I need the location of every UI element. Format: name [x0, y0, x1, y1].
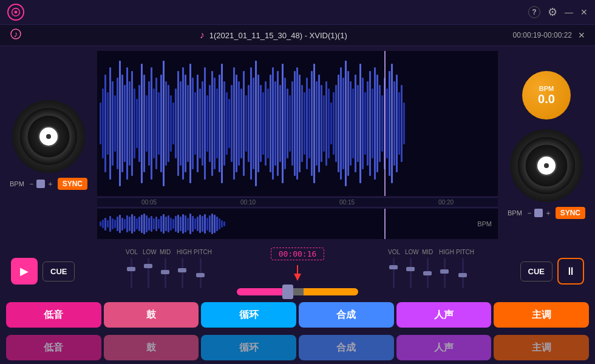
right-faders: VOL LOW MID HIGH PITCH [364, 249, 493, 294]
waveform-top [97, 51, 498, 196]
app-logo [7, 4, 24, 21]
right-sync-button[interactable]: SYNC [556, 207, 585, 219]
timeline-mark-1: 00:05 [141, 199, 157, 206]
bottom-row-2: 低音鼓循环合成人声主调 [0, 331, 595, 364]
timestamp-badge: 00:00:16 [271, 248, 325, 260]
playhead-bottom [384, 209, 386, 239]
right-pitch-track [462, 258, 464, 288]
waveform-bars-bottom [97, 209, 498, 239]
right-vinyl-spacer [510, 129, 583, 202]
right-fader-labels: VOL LOW MID HIGH PITCH [388, 249, 469, 255]
left-pitch-track [200, 258, 202, 288]
track-name: 1(2021_01_11_15_30_48) - XVID(1)(1) [209, 31, 347, 40]
bottom-row1-btn-2[interactable]: 循环 [201, 302, 296, 328]
waveform-bottom: BPM [97, 209, 498, 239]
track-info: ♪ 1(2021_01_11_15_30_48) - XVID(1)(1) [34, 30, 513, 41]
right-deck: BPM 0.0 BPM － ＋ SYNC [498, 66, 595, 224]
minimize-icon[interactable]: — [565, 7, 573, 17]
right-pause-button[interactable]: ⏸ [557, 258, 584, 285]
bottom-row1-btn-0[interactable]: 低音 [6, 302, 101, 328]
right-bpm-knob: BPM 0.0 [522, 71, 571, 120]
right-controls: CUE ⏸ [493, 258, 590, 285]
timeline: 00:05 00:10 00:15 00:20 [97, 197, 498, 207]
crossfader-controls: 00:00:16 [237, 248, 358, 295]
bottom-row2-btn-4[interactable]: 人声 [396, 335, 492, 360]
crossfader-section: 00:00:16 [231, 248, 364, 295]
right-vinyl-dot [544, 163, 549, 168]
crossfader-thumb[interactable] [282, 285, 293, 299]
left-controls: ▶ CUE [5, 258, 102, 285]
playhead-top [384, 51, 386, 196]
bottom-row2-btn-1[interactable]: 鼓 [104, 335, 199, 360]
left-high-fader[interactable] [177, 258, 188, 294]
title-bar-left [7, 4, 24, 21]
left-sync-button[interactable]: SYNC [58, 178, 87, 190]
left-vinyl [12, 100, 85, 173]
left-vol-fader[interactable] [126, 258, 137, 294]
close-icon[interactable]: ✕ [580, 7, 588, 17]
right-bpm-plus[interactable]: ＋ [545, 208, 552, 218]
left-mid-fader[interactable] [160, 258, 171, 294]
track-close-button[interactable]: ✕ [578, 30, 585, 40]
bottom-row2-btn-0[interactable]: 低音 [6, 335, 101, 360]
right-mid-thumb [423, 271, 432, 275]
bottom-row1-btn-5[interactable]: 主调 [494, 302, 589, 328]
svg-text:♪: ♪ [14, 29, 18, 39]
bottom-row2-btn-2[interactable]: 循环 [201, 335, 296, 360]
right-high-thumb [440, 269, 449, 274]
right-mid-fader[interactable] [422, 258, 433, 294]
left-mid-track [165, 258, 166, 288]
right-label-vol: VOL [388, 249, 399, 255]
left-high-thumb [178, 268, 186, 272]
controls-row: ▶ CUE VOL LOW MID HIGH PITCH [0, 244, 595, 298]
right-pitch-fader[interactable] [456, 258, 469, 294]
track-time: 00:00:19-00:00:22 [513, 31, 572, 39]
right-bpm-slider[interactable] [537, 212, 541, 214]
right-low-thumb [406, 267, 415, 271]
right-vol-track [393, 258, 395, 288]
bottom-row-1: 低音鼓循环合成人声主调 [0, 298, 595, 331]
left-pitch-thumb [196, 273, 205, 277]
right-low-track [410, 258, 412, 288]
crossfader-track[interactable] [237, 288, 358, 295]
timestamp-area: 00:00:16 [271, 248, 325, 283]
add-track-button[interactable]: ♪ [10, 28, 22, 43]
left-pitch-fader[interactable] [194, 258, 207, 294]
left-low-thumb [144, 264, 152, 268]
right-bpm-value: 0.0 [538, 92, 555, 106]
left-label-mid: MID [160, 249, 171, 255]
left-vinyl-dot [46, 134, 51, 139]
right-low-fader[interactable] [405, 258, 416, 294]
right-pause-icon: ⏸ [565, 265, 576, 278]
track-music-icon: ♪ [200, 30, 205, 41]
left-play-icon: ▶ [20, 265, 29, 278]
settings-icon[interactable]: ⚙ [548, 5, 557, 19]
right-label-high: HIGH [439, 249, 450, 255]
bottom-row1-btn-4[interactable]: 人声 [396, 302, 492, 328]
help-icon[interactable]: ? [528, 6, 540, 18]
bottom-row2-btn-3[interactable]: 合成 [299, 335, 394, 360]
left-bpm-minus[interactable]: － [28, 179, 35, 189]
left-low-fader[interactable] [143, 258, 154, 294]
left-vol-track [131, 258, 132, 288]
right-vol-fader[interactable] [388, 258, 399, 294]
right-bpm-minus[interactable]: － [526, 208, 533, 218]
left-bpm-plus[interactable]: ＋ [47, 179, 54, 189]
down-arrow-icon [288, 264, 307, 281]
bottom-row1-btn-3[interactable]: 合成 [299, 302, 394, 328]
right-fader-tracks [388, 258, 469, 294]
title-bar: ? ⚙ — ✕ [0, 0, 595, 24]
bpm-label-bottom: BPM [477, 220, 492, 228]
waveform-bars-top [100, 53, 495, 194]
bottom-row2-btn-5[interactable]: 主调 [494, 335, 589, 360]
left-play-button[interactable]: ▶ [11, 258, 38, 285]
left-cue-button[interactable]: CUE [42, 261, 75, 281]
right-cue-button[interactable]: CUE [520, 261, 552, 281]
right-high-track [444, 258, 446, 288]
left-bpm-slider[interactable] [39, 183, 43, 185]
right-vinyl-center [537, 157, 556, 175]
waveform-area: 00:05 00:10 00:15 00:20 [97, 46, 498, 244]
left-mid-thumb [161, 270, 169, 274]
bottom-row1-btn-1[interactable]: 鼓 [104, 302, 199, 328]
right-high-fader[interactable] [439, 258, 450, 294]
